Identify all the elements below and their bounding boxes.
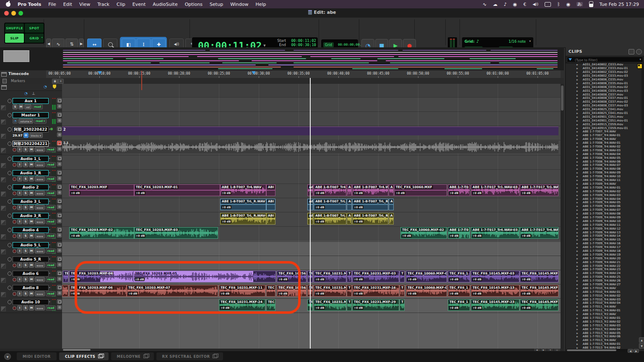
track-name-audio-3-l[interactable]: Audio 3_L (13, 199, 49, 204)
selection-start-value[interactable]: 00:00:11;02 (288, 39, 316, 43)
clip-list-item[interactable]: ▶A031_04140806_C035.mov-03 (566, 89, 641, 93)
clip-list-item[interactable]: ▶A031_04140808_C037.mov (566, 93, 641, 96)
automation-icon[interactable] (1, 177, 6, 182)
audio-clip[interactable]: ABE 1-7-T017_Tr1.WA†0 dB (520, 184, 558, 196)
clip-list-item[interactable]: ▶A031_04140806_C035.mov (566, 78, 641, 82)
playlist-button[interactable] (57, 98, 62, 103)
audio-clip[interactable]: TEC_FX6_10060.MXF†0 dB (394, 184, 447, 196)
clip-list-item[interactable]: ▶ABE 1-7-T010_Tr4.WAV-02 (566, 294, 641, 297)
track-s-button[interactable]: S (23, 205, 28, 210)
clip-list-item[interactable]: ▶A031_04140802_C033.mov (566, 63, 641, 67)
track-s-button[interactable]: S (23, 248, 28, 253)
clip-list-item[interactable]: ▶ABE 1-7-T008_Tr4.WAV-06 (566, 160, 641, 163)
comments-button[interactable] (57, 248, 62, 253)
collapse-arrow-icon[interactable] (8, 272, 12, 276)
collapse-arrow-icon[interactable] (8, 286, 12, 290)
collapse-arrow-icon[interactable] (8, 142, 12, 146)
audio-clip[interactable]: TE (63, 271, 68, 282)
audio-clip[interactable]: T (400, 299, 405, 311)
grid-mode-dropdown-icon[interactable]: ▾ (42, 36, 43, 39)
universe-view-box[interactable] (3, 50, 29, 62)
audio-clip[interactable]: TEC_FX6_10231.M†0 dB (314, 271, 346, 282)
audio-clip[interactable]: TEC_FX6_10203.MXF-05†0 dB (133, 271, 276, 282)
clips-scroll-left-button[interactable]: ◀ (628, 349, 633, 353)
clip-list-item[interactable]: ▶ABE 1-7-T009_Tr4.WAV-27 (566, 283, 641, 287)
menu-item-options[interactable]: Options (185, 2, 203, 7)
comments-button[interactable] (57, 277, 62, 281)
collapse-arrow-icon[interactable] (8, 300, 12, 304)
clip-list-item[interactable]: ▶ABE 1-7-T009_Tr4.WAV-17 (566, 246, 641, 249)
input-monitor-button[interactable] (13, 264, 16, 267)
track-name-audio-1-r[interactable]: Audio 1_R (13, 170, 49, 176)
clip-list-item[interactable]: ▶ABE 1-7-T009_Tr4.WAV-10 (566, 219, 641, 223)
tab-clip-effects[interactable]: CLIP EFFECTS (59, 352, 109, 360)
clip-list-item[interactable]: ▶ABE 1-7-T009_Tr4.WAV-26 (566, 279, 641, 283)
clip-list-item[interactable]: ▶ABE 1-7-T010_Tr4.WAV-04 (566, 301, 641, 305)
clip-list-item[interactable]: ▶ABE 1-7-T008_Tr4.WAV-07 (566, 163, 641, 167)
clip-list-item[interactable]: ▶A031_04140915_C059.mov (566, 122, 641, 126)
track-m-button[interactable]: M (29, 305, 34, 310)
audio-clip[interactable]: A (347, 213, 352, 225)
automation-mode-button[interactable]: read (46, 305, 56, 310)
audio-clip[interactable]: A (347, 184, 352, 196)
track-options-arrow[interactable]: ▾ (49, 258, 50, 260)
audio-clip[interactable]: TEC_FX6_10203.MXF-02†0 dB (69, 227, 134, 239)
track-i-button[interactable]: I (17, 219, 22, 224)
hotspot-icon[interactable]: ◉ (566, 2, 571, 7)
menu-item-help[interactable]: Help (256, 2, 266, 7)
track-name-audio-6[interactable]: Audio 6 (13, 271, 49, 277)
tab-melodyne[interactable]: MELODYNE (111, 352, 154, 360)
track-options-arrow[interactable]: ▾ (49, 243, 50, 246)
track-view-selector[interactable]: wave (35, 263, 45, 268)
menu-item-window[interactable]: Window (230, 2, 248, 7)
track-m-button[interactable]: M (29, 219, 34, 224)
comments-button[interactable] (57, 132, 62, 137)
clip-list-item[interactable]: ▶ABE 1-7-T013_Tr4.WAV (566, 339, 641, 342)
track-view-selector[interactable]: vol (24, 104, 31, 109)
audio-clip[interactable]: AB (307, 184, 313, 196)
audio-clip[interactable]: ABE 1-7-T017_Tr4.WAV-03†0 dB (471, 227, 519, 239)
clip-list-item[interactable]: ▶ABE 1-7-T010_Tr4.WAV-03 (566, 297, 641, 301)
clip-list-item[interactable]: ▶ABE 1-7-T009_Tr4.WAV-25 (566, 275, 641, 279)
automation-icon[interactable] (1, 234, 6, 239)
automation-icon[interactable] (1, 134, 6, 139)
comments-button[interactable] (57, 204, 62, 209)
clip-list-item[interactable]: ▶A031_04140825_C041.mov-01 (566, 111, 641, 115)
clip-list-item[interactable]: ▶ABE 1-7-T009_Tr4.WAV-05 (566, 201, 641, 204)
automation-mode-button[interactable]: read (46, 176, 56, 181)
timebase-label[interactable]: Timecode (8, 72, 29, 76)
audio-clip[interactable]: ABE 1-8-T007_Tr4.WAV-0†0 dB (352, 184, 388, 196)
track-view-selector[interactable]: wave (35, 291, 45, 296)
clip-list-item[interactable]: ▶ABE 1-7-T009_Tr4.WAV-09 (566, 216, 641, 220)
video-online-button[interactable]: O (23, 133, 29, 138)
universe-overview[interactable] (0, 47, 564, 71)
marker-list-button[interactable]: ▣ (52, 79, 58, 84)
playlist-button[interactable] (57, 213, 62, 217)
menu-item-file[interactable]: File (48, 2, 56, 7)
collapse-arrow-icon[interactable] (8, 171, 12, 175)
tab-midi-editor[interactable]: MIDI EDITOR (17, 352, 57, 360)
collapse-arrow-icon[interactable] (8, 157, 12, 161)
clip-list-item[interactable]: ▶A031_04140802_C033.mov-03 (566, 74, 641, 78)
audio-clip[interactable]: A (389, 213, 394, 225)
clip-list-item[interactable]: ▶ABE 1-7-T009_Tr4.WAV-08 (566, 212, 641, 216)
menu-item-clip[interactable]: Clip (117, 2, 125, 7)
audio-clip[interactable]: AB (307, 213, 313, 225)
edit-vertical-scrollbar[interactable] (561, 84, 564, 349)
audio-clip[interactable]: ABE 1-7-T017_Tr1.WAV-03†0 dB (471, 184, 519, 196)
clip-list-item[interactable]: ▶A031_04140802_C033.mov-01 (566, 67, 641, 70)
menu-item-view[interactable]: View (79, 2, 90, 7)
automation-mode-button[interactable]: read (46, 147, 56, 152)
track-s-button[interactable]: S (23, 263, 28, 268)
track-i-button[interactable]: I (17, 205, 22, 210)
clips-scroll-down-button[interactable]: ▼ (639, 343, 644, 349)
menu-item-audiosuite[interactable]: AudioSuite (153, 2, 177, 7)
audio-clip[interactable]: TEC_FX6_10145.MXF-23†0 dB (471, 299, 519, 311)
audio-app-icon[interactable]: ∿ (483, 2, 486, 7)
track-view-selector[interactable]: wave (35, 162, 45, 167)
edit-mode-grid[interactable]: GRID▾ (25, 34, 44, 43)
clip-list-item[interactable]: ▶ABE 1-7-T008_Tr4.WAV-04 (566, 152, 641, 156)
automation-mode-button[interactable]: read (46, 263, 56, 268)
audio-clip[interactable]: TEC_FX6_1†0 dB (448, 271, 470, 282)
menu-item-pro-tools[interactable]: Pro Tools (18, 2, 41, 7)
